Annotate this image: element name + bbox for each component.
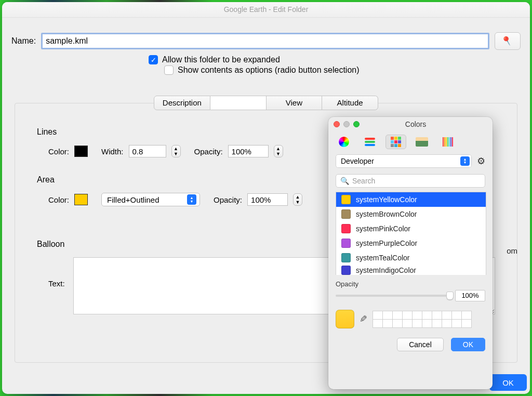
- color-wheel-icon: [338, 136, 350, 148]
- close-window-button[interactable]: [334, 121, 340, 127]
- show-radio-checkbox[interactable]: [164, 65, 174, 75]
- color-wheel-tab[interactable]: [334, 135, 354, 149]
- window-titlebar: Google Earth - Edit Folder: [2, 2, 530, 18]
- minimize-window-button[interactable]: [343, 121, 350, 127]
- swatch-icon: [341, 266, 351, 275]
- pencils-icon: [443, 137, 453, 147]
- lines-color-label: Color:: [48, 147, 69, 156]
- sliders-icon: [365, 138, 375, 146]
- area-color-label: Color:: [48, 195, 69, 204]
- lines-opacity-label: Opacity:: [194, 147, 223, 156]
- color-item-systembrown[interactable]: systemBrownColor: [336, 207, 486, 221]
- lines-width-label: Width:: [101, 147, 124, 156]
- pencils-tab[interactable]: [437, 135, 458, 149]
- lines-width-input[interactable]: [129, 145, 166, 157]
- pushpin-icon: 📍: [500, 33, 515, 49]
- swatch-icon: [341, 224, 351, 233]
- area-fill-dropdown[interactable]: Filled+Outlined ▲▼: [101, 193, 200, 206]
- area-fill-value: Filled+Outlined: [107, 195, 183, 204]
- lines-color-swatch[interactable]: [74, 146, 88, 157]
- opacity-label: Opacity: [328, 275, 493, 288]
- allow-expand-label: Allow this folder to be expanded: [162, 55, 280, 64]
- opacity-slider[interactable]: [336, 295, 450, 297]
- palette-select[interactable]: Developer ▲▼: [336, 154, 472, 168]
- color-item-label: systemBrownColor: [356, 210, 417, 218]
- ok-button[interactable]: OK: [489, 374, 527, 391]
- color-item-systemyellow[interactable]: systemYellowColor: [336, 192, 486, 207]
- palette-icon: [391, 137, 401, 147]
- tab-description[interactable]: Description: [154, 96, 210, 110]
- name-label: Name:: [11, 36, 36, 46]
- swatch-icon: [341, 253, 351, 262]
- search-icon: 🔍: [340, 177, 349, 185]
- selected-color-preview: [336, 310, 354, 328]
- area-opacity-stepper[interactable]: ▲▼: [293, 193, 302, 206]
- pushpin-button[interactable]: 📍: [495, 32, 521, 50]
- color-item-label: systemYellowColor: [356, 195, 417, 204]
- show-radio-label: Show contents as options (radio button s…: [178, 65, 360, 75]
- area-color-swatch[interactable]: [74, 194, 88, 205]
- chevron-updown-icon: ▲▼: [460, 156, 470, 166]
- color-item-label: systemPinkColor: [356, 225, 410, 233]
- color-palettes-tab[interactable]: [385, 135, 406, 149]
- window-title: Google Earth - Edit Folder: [224, 5, 309, 14]
- chevron-updown-icon: ▲▼: [187, 194, 196, 205]
- window-controls: [334, 121, 360, 127]
- color-item-label: systemPurpleColor: [356, 239, 417, 247]
- color-item-label: systemTealColor: [356, 254, 409, 262]
- colors-title: Colors: [364, 120, 468, 128]
- color-list[interactable]: systemYellowColor systemBrownColor syste…: [336, 192, 486, 275]
- cancel-button[interactable]: Cancel: [397, 338, 444, 351]
- truncated-text: om: [507, 246, 517, 255]
- swatch-icon: [341, 195, 351, 204]
- color-item-label: systemIndigoColor: [356, 266, 416, 274]
- lines-opacity-input[interactable]: [228, 145, 269, 157]
- swatch-icon: [341, 209, 351, 219]
- palette-select-value: Developer: [341, 157, 460, 165]
- tab-altitude[interactable]: Altitude: [322, 96, 378, 110]
- swatch-icon: [341, 239, 351, 248]
- color-item-systemindigo[interactable]: systemIndigoColor: [336, 265, 486, 275]
- colors-window: Colors: [328, 117, 493, 389]
- lines-width-stepper[interactable]: ▲▼: [171, 145, 181, 157]
- color-item-systemteal[interactable]: systemTealColor: [336, 250, 486, 265]
- colors-ok-button[interactable]: OK: [451, 338, 485, 351]
- lines-opacity-stepper[interactable]: ▲▼: [274, 145, 283, 157]
- allow-expand-checkbox[interactable]: ✓: [149, 55, 158, 64]
- name-input[interactable]: [41, 33, 489, 49]
- search-placeholder: Search: [352, 177, 375, 185]
- tab-view[interactable]: View: [267, 96, 323, 110]
- zoom-window-button[interactable]: [353, 121, 360, 127]
- area-opacity-input[interactable]: [247, 193, 288, 206]
- color-sliders-tab[interactable]: [360, 135, 380, 149]
- tab-style-color[interactable]: [210, 96, 267, 110]
- image-palettes-tab[interactable]: [411, 135, 432, 149]
- image-icon: [416, 137, 428, 147]
- area-opacity-label: Opacity:: [214, 195, 242, 204]
- tabs: Description View Altitude: [154, 96, 378, 110]
- balloon-text-label: Text:: [48, 279, 65, 288]
- color-item-systempurple[interactable]: systemPurpleColor: [336, 236, 486, 250]
- opacity-value-input[interactable]: 100%: [455, 290, 485, 301]
- color-search-input[interactable]: 🔍 Search: [336, 174, 485, 188]
- eyedropper-icon[interactable]: ✎: [360, 313, 367, 325]
- gear-icon[interactable]: ⚙: [477, 155, 485, 167]
- color-item-systempink[interactable]: systemPinkColor: [336, 221, 486, 236]
- slider-thumb[interactable]: [446, 292, 454, 300]
- custom-swatches[interactable]: [373, 311, 471, 327]
